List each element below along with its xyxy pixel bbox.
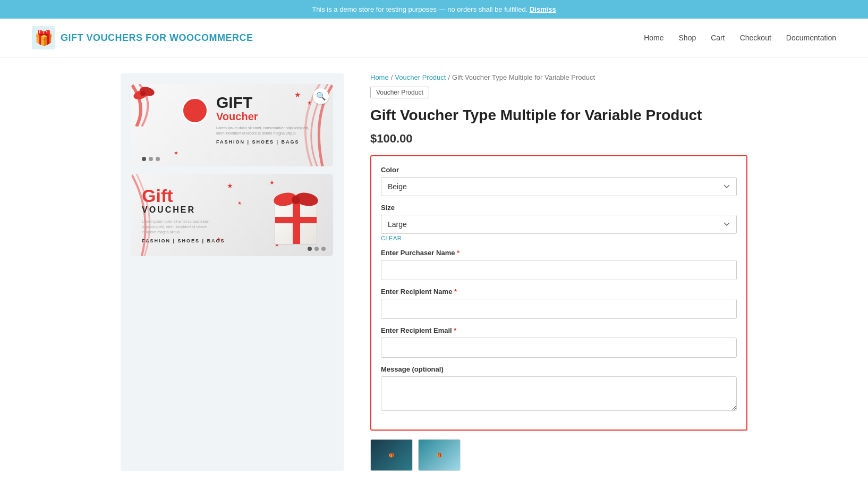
purchaser-name-group: Enter Purchaser Name * (381, 249, 737, 280)
message-group: Message (optional) (381, 365, 737, 413)
required-star-1: * (457, 249, 459, 257)
required-star-3: * (454, 326, 456, 334)
dot-2[interactable] (149, 157, 153, 161)
category-tag[interactable]: Voucher Product (370, 87, 429, 98)
recipient-email-group: Enter Recipient Email * (381, 326, 737, 358)
star-gc2-4: ★ (269, 179, 275, 186)
nav-shop[interactable]: Shop (679, 33, 696, 42)
thumb-inner-1: 🎁 (371, 440, 412, 470)
product-price: $100.00 (370, 132, 747, 146)
color-select[interactable]: Beige Red Blue (381, 177, 737, 196)
recipient-email-input[interactable] (381, 338, 737, 358)
breadcrumb: Home / Voucher Product / Gift Voucher Ty… (370, 73, 747, 81)
nav-checkout[interactable]: Checkout (740, 33, 771, 42)
main-nav: Home Shop Cart Checkout Documentation (644, 33, 836, 42)
thumb-inner-2: 🎁 (419, 440, 460, 470)
gc2-gift-text: Gift (142, 187, 262, 205)
gc2-gift-box (269, 186, 322, 245)
color-group: Color Beige Red Blue (381, 166, 737, 196)
star-deco3: ★ (174, 150, 178, 156)
dot-3[interactable] (156, 157, 160, 161)
gc2-desc: Lorem ipsum dolor sit amet consectetuera… (142, 219, 237, 234)
size-select[interactable]: Large Medium Small (381, 215, 737, 234)
product-images: 🔍 ★ ★ ★ GIFT Voucher Lorem ipsum d (121, 73, 344, 471)
gift-card-2: Gift VOUCHER Lorem ipsum dolor sit amet … (131, 174, 333, 256)
breadcrumb-voucher-product[interactable]: Voucher Product (395, 73, 446, 81)
thumbnail-2[interactable]: 🎁 (418, 439, 461, 471)
gc2-dot-2[interactable] (314, 247, 319, 251)
recipient-name-group: Enter Recipient Name * (381, 288, 737, 319)
site-header: 🎁 GIFT VOUCHERS FOR WOOCOMMERCE Home Sho… (0, 19, 868, 57)
demo-banner: This is a demo store for testing purpose… (0, 0, 868, 19)
nav-documentation[interactable]: Documentation (786, 33, 836, 42)
svg-point-4 (140, 91, 146, 96)
thumb-label-2: 🎁 (435, 451, 444, 460)
product-details: Home / Voucher Product / Gift Voucher Ty… (370, 73, 747, 471)
message-label: Message (optional) (381, 365, 737, 373)
color-label: Color (381, 166, 737, 174)
breadcrumb-current: Gift Voucher Type Multiple for Variable … (452, 73, 595, 81)
clear-link[interactable]: CLEAR (381, 235, 737, 241)
gc2-dot-1[interactable] (308, 247, 312, 251)
recipient-name-input[interactable] (381, 299, 737, 319)
purchaser-name-label: Enter Purchaser Name * (381, 249, 737, 257)
dismiss-link[interactable]: Dismiss (530, 5, 556, 13)
box-bow (269, 186, 322, 213)
message-textarea[interactable] (381, 376, 737, 411)
dot-1[interactable] (142, 157, 146, 161)
zoom-icon[interactable]: 🔍 (313, 88, 329, 104)
red-circle (182, 97, 208, 124)
gc2-text: Gift VOUCHER Lorem ipsum dolor sit amet … (142, 187, 262, 243)
gc1-carousel-dots (142, 157, 160, 161)
nav-home[interactable]: Home (644, 33, 663, 42)
size-group: Size Large Medium Small CLEAR (381, 204, 737, 241)
recipient-name-label: Enter Recipient Name * (381, 288, 737, 296)
breadcrumb-home[interactable]: Home (370, 73, 389, 81)
recipient-email-label: Enter Recipient Email * (381, 326, 737, 334)
logo-text: GIFT VOUCHERS FOR WOOCOMMERCE (61, 32, 253, 44)
logo-area: 🎁 GIFT VOUCHERS FOR WOOCOMMERCE (32, 26, 253, 49)
size-label: Size (381, 204, 737, 212)
thumbnail-1[interactable]: 🎁 (370, 439, 413, 471)
nav-cart[interactable]: Cart (711, 33, 725, 42)
main-content: 🔍 ★ ★ ★ GIFT Voucher Lorem ipsum d (89, 57, 779, 487)
thumb-label-1: 🎁 (387, 451, 396, 460)
gc2-voucher-text: VOUCHER (142, 205, 262, 215)
purchaser-name-input[interactable] (381, 260, 737, 280)
required-star-2: * (454, 288, 457, 296)
product-title: Gift Voucher Type Multiple for Variable … (370, 106, 747, 124)
logo-icon: 🎁 (32, 26, 55, 49)
svg-point-7 (292, 196, 300, 204)
ribbon-topleft (131, 84, 168, 127)
product-form-box: Color Beige Red Blue Size Large Medium S… (370, 155, 747, 431)
gift-card-1: ★ ★ ★ GIFT Voucher Lorem ipsum dolor sit… (131, 84, 333, 166)
product-thumbnails: 🎁 🎁 (370, 439, 747, 471)
gc2-dot-3[interactable] (321, 247, 326, 251)
gc2-fashion: FASHION | SHOES | BAGS (142, 238, 262, 243)
gc2-carousel-dots (308, 247, 326, 251)
svg-text:🎁: 🎁 (35, 29, 53, 47)
